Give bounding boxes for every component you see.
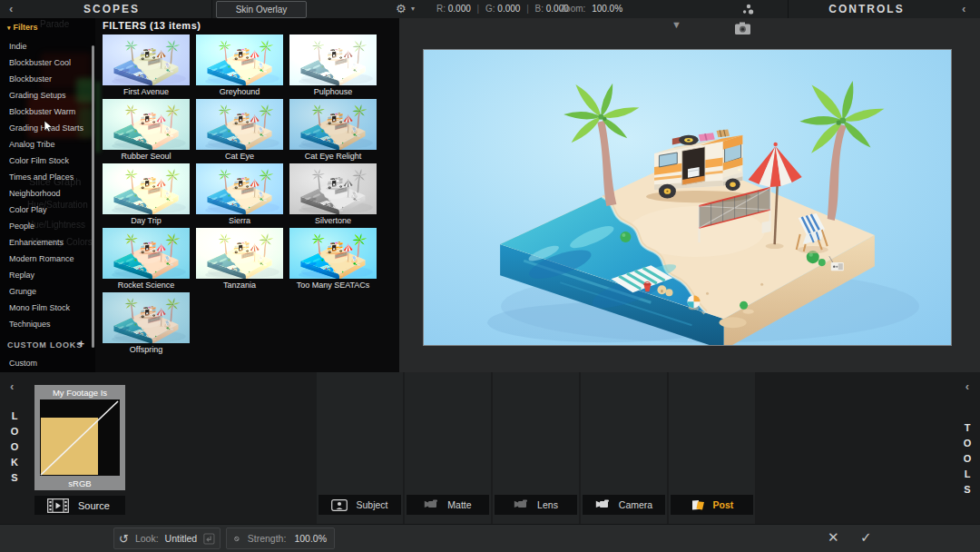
filter-thumb-label: Day Trip (103, 216, 190, 225)
controls-collapse-chevron-icon[interactable]: ‹ (962, 0, 965, 18)
tool-slots: Subject Matte (317, 372, 759, 524)
sidebar-item-enhancements[interactable]: Enhancements (9, 238, 64, 247)
filter-thumb[interactable]: Pulphouse (289, 34, 377, 96)
tools-vertical-label: TOOLS (962, 420, 973, 498)
tool-slot: Camera (581, 372, 667, 524)
strength-value[interactable]: 100.0% (294, 533, 327, 544)
filter-thumb[interactable]: Greyhound (196, 34, 283, 96)
footage-card-title: My Footage Is (34, 385, 125, 399)
sidebar-item-indie[interactable]: Indie (9, 42, 27, 51)
footage-curve-graph (40, 399, 120, 476)
filter-thumb[interactable]: First Avenue (103, 34, 190, 96)
reset-look-icon[interactable]: ↺ (119, 532, 129, 546)
footage-colorspace-card[interactable]: My Footage Is sRGB (34, 385, 125, 490)
sidebar-item-replay[interactable]: Replay (9, 271, 34, 280)
zoom-value: 100.0% (592, 4, 622, 14)
add-custom-look-button[interactable]: + (78, 338, 84, 350)
look-name-group: ↺ Look: Untitled (113, 527, 220, 549)
video-camera-icon (595, 499, 611, 510)
filter-thumb[interactable]: Too Many SEATACs (289, 228, 377, 290)
sidebar-item-mono-film-stock[interactable]: Mono Film Stock (9, 303, 70, 312)
post-tool-button[interactable]: Post (671, 495, 753, 515)
sidebar-item-grunge[interactable]: Grunge (9, 287, 36, 296)
sidebar-item-color-film-stock[interactable]: Color Film Stock (9, 156, 69, 165)
source-button[interactable]: Source (34, 496, 125, 515)
filter-thumb[interactable]: Rocket Science (103, 228, 190, 290)
zoom-readout: Zoom: 100.0% (560, 0, 622, 18)
bypass-icon[interactable] (234, 532, 240, 546)
cancel-button[interactable]: ✕ (828, 529, 839, 546)
b-label: B: (535, 4, 544, 14)
scope-bleed-green (95, 82, 101, 153)
magic-bullet-looks-window: ‹ SCOPES Skin Overlay ⚙ ▾ R: 0.000 | G: … (0, 0, 980, 552)
status-bar: ↺ Look: Untitled Strength: 100.0% ✕ ✓ (0, 524, 980, 552)
filter-thumb-label: Cat Eye (196, 152, 283, 161)
look-value[interactable]: Untitled (165, 533, 198, 544)
matte-tool-button[interactable]: Matte (407, 495, 489, 515)
gear-caret-down-icon[interactable]: ▾ (411, 0, 415, 18)
g-label: G: (485, 4, 495, 14)
video-camera-icon (514, 499, 529, 510)
filter-thumb[interactable]: Offspring (103, 292, 190, 354)
sidebar-item-times-and-places[interactable]: Times and Places (9, 172, 74, 182)
gear-icon[interactable]: ⚙ (396, 0, 407, 18)
video-camera-icon (424, 499, 439, 510)
caret-down-icon: ▾ (7, 25, 11, 31)
filter-thumb-label: Sierra (196, 216, 283, 225)
sidebar-item-modern-romance[interactable]: Modern Romance (9, 254, 74, 263)
sidebar-item-color-play[interactable]: Color Play (9, 205, 47, 214)
sidebar-item-filters[interactable]: ▾Filters (7, 23, 38, 32)
filter-thumb[interactable]: Tanzania (196, 228, 283, 290)
top-bar: ‹ SCOPES Skin Overlay ⚙ ▾ R: 0.000 | G: … (0, 0, 980, 19)
filters-panel: FILTERS (13 items) First Avenue Greyhoun… (95, 18, 399, 372)
sidebar-item-techniques[interactable]: Techniques (9, 320, 51, 329)
tools-collapse-chevron-icon[interactable]: ‹ (965, 380, 969, 393)
g-value: 0.000 (497, 4, 520, 14)
bottom-panel: ‹ LOOKS My Footage Is sRGB S (0, 372, 980, 524)
post-frames-icon (691, 498, 705, 511)
filter-thumb-label: Greyhound (196, 87, 283, 96)
subject-person-icon (331, 499, 348, 511)
preview-panel: ▼ (399, 18, 980, 372)
sidebar-item-people[interactable]: People (9, 222, 34, 231)
filter-thumb[interactable]: Rubber Seoul (103, 99, 190, 161)
sidebar-item-analog-tribe[interactable]: Analog Tribe (9, 140, 55, 149)
filter-category-sidebar: Parade Slice Graph Hue/Saturation Hue/Li… (0, 18, 95, 372)
preview-canvas[interactable] (424, 50, 951, 345)
looks-vertical-label: LOOKS (9, 409, 20, 486)
sidebar-item-custom[interactable]: Custom (9, 359, 37, 368)
sidebar-item-blockbuster[interactable]: Blockbuster (9, 74, 52, 84)
filter-thumb[interactable]: Day Trip (103, 163, 190, 225)
filter-thumb[interactable]: Cat Eye Relight (289, 99, 377, 161)
filter-thumb-label: Tanzania (196, 281, 283, 290)
lens-tool-button[interactable]: Lens (495, 495, 577, 515)
footage-colorspace-label: sRGB (34, 476, 125, 490)
skin-overlay-button[interactable]: Skin Overlay (216, 1, 307, 18)
filter-thumb[interactable]: Sierra (196, 163, 283, 225)
snapshot-camera-icon[interactable] (734, 21, 752, 35)
topbar-divider (788, 0, 789, 18)
scopes-back-chevron-icon[interactable]: ‹ (9, 0, 13, 18)
source-button-label: Source (78, 500, 110, 511)
subject-tool-button[interactable]: Subject (318, 495, 401, 515)
sidebar-item-blockbuster-warm[interactable]: Blockbuster Warm (9, 107, 75, 116)
ghost-scope-label: Hue/Lightness (27, 220, 85, 230)
filter-thumb-label: Pulphouse (289, 87, 377, 96)
sidebar-item-blockbuster-cool[interactable]: Blockbuster Cool (9, 58, 71, 67)
filter-thumb-label: Offspring (103, 345, 190, 354)
strength-group: Strength: 100.0% (226, 527, 335, 549)
looks-collapse-chevron-icon[interactable]: ‹ (10, 380, 14, 393)
tool-slot: Post (669, 372, 755, 524)
preview-dropdown-triangle-icon[interactable]: ▼ (671, 19, 681, 30)
zoom-label: Zoom: (560, 4, 585, 14)
camera-tool-button[interactable]: Camera (583, 495, 665, 515)
sidebar-scrollbar[interactable] (92, 45, 94, 348)
filter-thumb-label: Cat Eye Relight (289, 152, 377, 161)
sidebar-item-grading-setups[interactable]: Grading Setups (9, 91, 66, 100)
save-look-icon[interactable] (203, 532, 215, 546)
filter-thumb[interactable]: Cat Eye (196, 99, 283, 161)
confirm-button[interactable]: ✓ (860, 529, 872, 546)
sidebar-item-neighborhood[interactable]: Neighborhood (9, 189, 61, 198)
filters-header: FILTERS (13 items) (103, 20, 201, 31)
filter-thumb[interactable]: Silvertone (289, 163, 377, 225)
